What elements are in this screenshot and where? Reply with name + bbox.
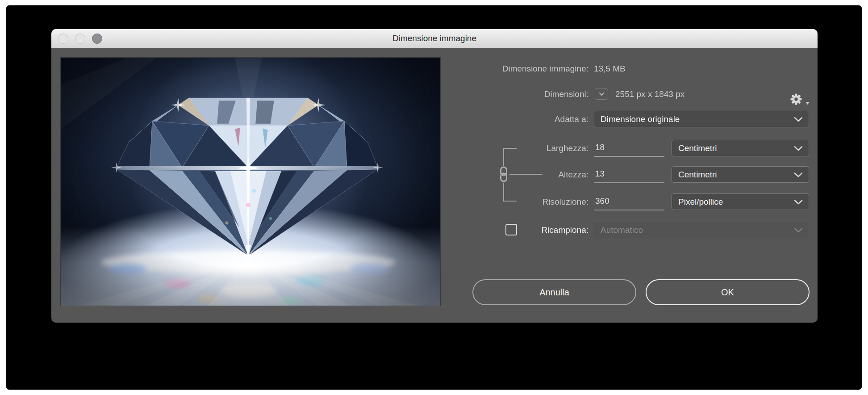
height-row: Altezza: Centimetri xyxy=(51,166,818,183)
dimensions-unit-button[interactable] xyxy=(595,88,608,100)
ok-button-label: OK xyxy=(721,287,734,298)
height-unit-select[interactable]: Centimetri xyxy=(672,166,809,183)
dimensions-row: Dimensioni: 2551 px x 1843 px xyxy=(51,86,818,102)
minimize-button[interactable] xyxy=(75,34,85,44)
size-label: Dimensione immagine: xyxy=(319,60,588,77)
resample-label: Ricampiona: xyxy=(319,222,588,238)
height-input[interactable] xyxy=(594,166,664,183)
fit-select[interactable]: Dimensione originale xyxy=(594,111,809,127)
cancel-button-label: Annulla xyxy=(539,287,569,298)
cancel-button[interactable]: Annulla xyxy=(472,279,636,305)
fit-row: Adatta a: Dimensione originale xyxy=(51,111,818,127)
ok-button[interactable]: OK xyxy=(646,279,810,305)
width-row: Larghezza: Centimetri xyxy=(51,140,818,156)
screen: Dimensione immagine xyxy=(0,0,868,395)
chevron-down-icon xyxy=(599,92,605,96)
resolution-input[interactable] xyxy=(594,193,664,210)
close-button[interactable] xyxy=(58,34,68,44)
resample-row: Ricampiona: Automatico xyxy=(51,222,818,238)
dimensions-value: 2551 px x 1843 px xyxy=(615,86,684,102)
resample-selected-value: Automatico xyxy=(601,225,643,235)
height-unit-value: Centimetri xyxy=(678,170,717,180)
chevron-down-icon xyxy=(793,227,803,233)
resample-select-disabled: Automatico xyxy=(594,222,809,238)
size-row: Dimensione immagine: 13,5 MB xyxy=(51,60,818,77)
dimensions-label: Dimensioni: xyxy=(319,86,588,102)
resolution-label: Risoluzione: xyxy=(319,193,588,210)
dialog-titlebar[interactable]: Dimensione immagine xyxy=(51,29,818,48)
size-value: 13,5 MB xyxy=(594,60,626,77)
image-size-dialog: Dimensione immagine xyxy=(51,29,818,323)
chevron-down-icon xyxy=(793,145,803,151)
resolution-unit-select[interactable]: Pixel/pollice xyxy=(672,193,809,210)
resolution-row: Risoluzione: Pixel/pollice xyxy=(51,193,818,210)
fit-label: Adatta a: xyxy=(319,111,588,127)
fit-selected-value: Dimensione originale xyxy=(601,114,680,124)
height-label: Altezza: xyxy=(319,166,588,183)
width-unit-value: Centimetri xyxy=(678,143,717,153)
width-label: Larghezza: xyxy=(319,140,588,156)
resolution-unit-value: Pixel/pollice xyxy=(678,197,723,207)
chevron-down-icon xyxy=(793,116,803,122)
chevron-down-icon xyxy=(793,199,803,205)
chevron-down-icon xyxy=(793,172,803,177)
width-input[interactable] xyxy=(594,140,664,157)
dialog-title: Dimensione immagine xyxy=(51,29,818,48)
width-unit-select[interactable]: Centimetri xyxy=(672,140,809,156)
zoom-button[interactable] xyxy=(92,34,102,44)
